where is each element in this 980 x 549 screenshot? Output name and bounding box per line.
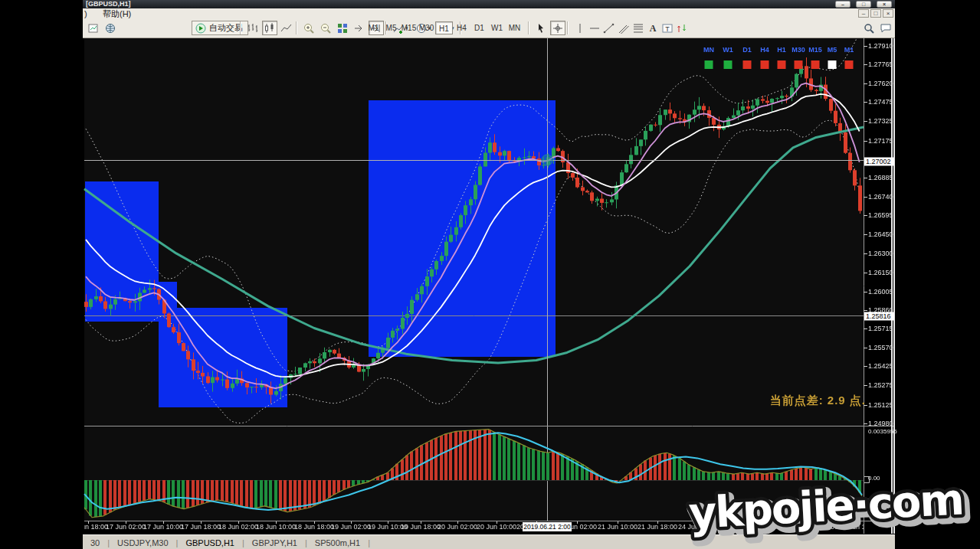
tf-status-label-m5: M5 bbox=[828, 46, 837, 54]
auto-scroll-icon bbox=[353, 22, 365, 34]
tf-status-label-d1: D1 bbox=[742, 46, 752, 54]
crosshair-time-box: 2019.06.21 2:00 bbox=[523, 522, 572, 531]
svg-text:T: T bbox=[665, 25, 670, 32]
timeframe-button-w1[interactable]: W1 bbox=[488, 21, 506, 34]
price-axis-label: 1.24980 bbox=[868, 420, 893, 427]
channel-icon[interactable] bbox=[616, 21, 631, 35]
menu-item-partial[interactable]: ) bbox=[84, 8, 87, 19]
tf-status-label-w1: W1 bbox=[723, 46, 733, 54]
app-window: { "app": {"title": "[GBPUSD,H1]", "windo… bbox=[0, 0, 980, 549]
menu-item-help[interactable]: 帮助(H) bbox=[103, 8, 131, 19]
tf-status-square-w1[interactable] bbox=[724, 60, 733, 69]
fibonacci-icon bbox=[632, 22, 644, 34]
crosshair-icon bbox=[552, 22, 564, 34]
chart-minimize-button[interactable]: – bbox=[858, 9, 869, 18]
timeframe-button-h1[interactable]: H1 bbox=[435, 21, 453, 34]
arrows-icon bbox=[676, 22, 688, 34]
tile-windows-icon[interactable] bbox=[335, 21, 350, 35]
restore-button[interactable]: □ bbox=[856, 1, 871, 8]
chart-restore-button[interactable]: □ bbox=[870, 9, 881, 18]
price-axis-label: 1.26740 bbox=[868, 193, 893, 201]
time-axis-label: 18 Jun 02:00 bbox=[218, 523, 258, 531]
bar-chart-icon bbox=[247, 22, 259, 34]
channel-icon bbox=[618, 22, 630, 34]
tf-status-square-h4[interactable] bbox=[761, 60, 769, 69]
search-icon[interactable] bbox=[861, 21, 877, 35]
timeframe-button-m15[interactable]: M15 bbox=[400, 21, 418, 34]
text-label-icon: T bbox=[661, 22, 674, 34]
chart-tab-30[interactable]: 30 bbox=[83, 538, 107, 547]
text-icon[interactable]: A bbox=[645, 21, 660, 35]
price-axis-label: 1.27910 bbox=[868, 42, 893, 50]
time-axis-label: 16 Jun 18:00 bbox=[84, 523, 108, 531]
time-axis-label: 19 Jun 02:00 bbox=[331, 523, 371, 531]
arrows-icon[interactable] bbox=[674, 21, 690, 35]
tf-status-label-mn: MN bbox=[703, 46, 714, 54]
tf-status-square-d1[interactable] bbox=[743, 60, 752, 69]
tf-status-label-m1: M1 bbox=[844, 46, 854, 54]
timeframe-button-m30[interactable]: M30 bbox=[418, 21, 435, 34]
tf-status-square-m1[interactable] bbox=[845, 60, 854, 69]
window-title: [GBPUSD,H1] bbox=[86, 0, 131, 8]
price-axis-label: 1.25275 bbox=[868, 381, 893, 389]
tf-status-square-h1[interactable] bbox=[778, 60, 786, 69]
price-axis-label: 1.25425 bbox=[868, 362, 893, 370]
tf-status-label-h1: H1 bbox=[777, 46, 786, 54]
chart-area[interactable] bbox=[0, 0, 980, 549]
chart-tab-usdjpym30[interactable]: USDJPY,M30 bbox=[110, 538, 175, 547]
price-marker-box: 1.25816 bbox=[864, 312, 894, 321]
line-chart-icon[interactable] bbox=[279, 21, 294, 35]
fibonacci-icon[interactable] bbox=[631, 21, 646, 35]
cursor-icon bbox=[535, 22, 547, 34]
toolbar-separator bbox=[528, 21, 529, 34]
title-bar[interactable]: [GBPUSD,H1] – □ × bbox=[83, 0, 895, 8]
crosshair-icon[interactable] bbox=[550, 21, 565, 35]
close-button[interactable]: × bbox=[877, 1, 892, 8]
chart-close-button[interactable]: × bbox=[883, 9, 893, 18]
horizontal-line-icon[interactable] bbox=[587, 21, 602, 35]
price-axis-label: 1.25570 bbox=[868, 344, 893, 351]
chart-window-icon bbox=[87, 22, 100, 34]
tf-status-square-m30[interactable] bbox=[795, 60, 803, 69]
timeframe-button-m5[interactable]: M5 bbox=[382, 21, 400, 34]
candlestick-icon bbox=[264, 22, 276, 34]
timeframe-button-mn[interactable]: MN bbox=[506, 21, 523, 34]
chart-tab-gbpusdh1[interactable]: GBPUSD,H1 bbox=[178, 538, 242, 547]
toolbar: 自动交易▾▾▾M1M5M15M30H1H4D1W1MNAT bbox=[83, 19, 895, 38]
tf-status-square-m15[interactable] bbox=[811, 60, 820, 69]
chart-tab-gbpjpyh1[interactable]: GBPJPY,H1 bbox=[244, 538, 305, 547]
chart-tab-sp500mh1[interactable]: SP500m,H1 bbox=[307, 538, 368, 547]
timeframe-button-d1[interactable]: D1 bbox=[470, 21, 488, 34]
time-axis-label: 18 Jun 10:00 bbox=[256, 523, 296, 531]
price-axis-label: 1.26450 bbox=[868, 230, 893, 238]
watermark: ykpojie·com ykpojie·com bbox=[680, 476, 980, 549]
tf-status-square-m5[interactable] bbox=[828, 60, 837, 69]
zoom-out-icon[interactable] bbox=[318, 21, 333, 35]
zoom-in-icon[interactable] bbox=[301, 21, 316, 35]
cursor-icon[interactable] bbox=[533, 21, 549, 35]
tf-status-square-mn[interactable] bbox=[705, 60, 713, 69]
candlestick-icon[interactable] bbox=[262, 21, 277, 35]
minimize-button[interactable]: – bbox=[835, 1, 851, 8]
time-axis-label: 20 Jun 02:00 bbox=[438, 523, 477, 531]
price-axis-label: 1.26005 bbox=[868, 288, 893, 296]
vertical-line-icon[interactable] bbox=[572, 21, 588, 35]
svg-text:A: A bbox=[650, 23, 657, 34]
trendline-icon[interactable] bbox=[601, 21, 617, 35]
text-label-icon[interactable]: T bbox=[660, 21, 675, 35]
toolbar-separator bbox=[567, 21, 569, 34]
timeframe-button-h4[interactable]: H4 bbox=[453, 21, 470, 34]
profile-icon[interactable] bbox=[103, 21, 118, 35]
bar-chart-icon[interactable] bbox=[245, 21, 261, 35]
horizontal-line-icon bbox=[588, 22, 601, 34]
chat-icon[interactable] bbox=[878, 21, 893, 35]
price-axis-label: 1.26595 bbox=[868, 211, 893, 219]
time-axis-label: 17 Jun 18:00 bbox=[181, 523, 221, 531]
tab-separator: | bbox=[368, 538, 370, 547]
time-axis-label: 19 Jun 18:00 bbox=[401, 523, 441, 531]
chart-window-icon[interactable] bbox=[86, 21, 101, 35]
zoom-in-icon bbox=[303, 22, 315, 34]
tf-status-label-m15: M15 bbox=[808, 46, 822, 54]
timeframe-button-m1[interactable]: M1 bbox=[365, 21, 382, 34]
price-axis-label: 1.26150 bbox=[868, 269, 893, 276]
